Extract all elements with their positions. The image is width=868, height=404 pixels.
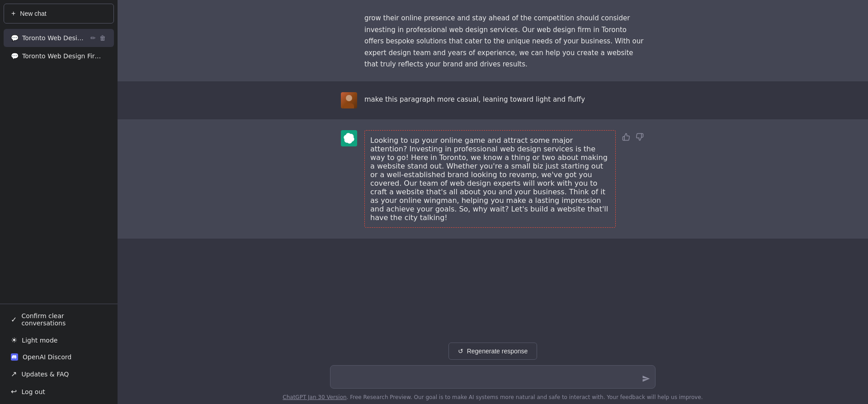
chat-item-label: Toronto Web Design SI: [22, 34, 86, 42]
pencil-icon: ✏: [90, 34, 96, 42]
regenerate-icon: ↺: [458, 348, 463, 355]
sidebar-item-chat-1[interactable]: 💬 Toronto Web Design SI ✏ 🗑: [4, 29, 114, 47]
log-out-action[interactable]: ↩ Log out: [4, 383, 114, 400]
user-message-text: make this paragraph more casual, leaning…: [364, 95, 585, 103]
openai-discord-label: OpenAI Discord: [23, 353, 71, 361]
external-link-icon: ↗: [11, 370, 17, 378]
new-chat-button[interactable]: + New chat: [4, 4, 114, 23]
footer-rest: . Free Research Preview. Our goal is to …: [347, 394, 703, 400]
discord-icon: [11, 353, 18, 361]
new-chat-label: New chat: [20, 10, 46, 17]
message-actions: [621, 130, 645, 144]
chat-item-label-2: Toronto Web Design Firm CTA: [22, 52, 107, 60]
gpt-avatar-placeholder: [341, 11, 357, 70]
openai-discord-action[interactable]: OpenAI Discord: [4, 349, 114, 365]
plus-icon: +: [11, 9, 15, 18]
previous-message-text: grow their online presence and stay ahea…: [364, 14, 643, 68]
user-message-row: make this paragraph more casual, leaning…: [118, 81, 868, 119]
assistant-message-row: Looking to up your online game and attra…: [118, 119, 868, 239]
assistant-response-highlighted: Looking to up your online game and attra…: [364, 130, 616, 228]
chat-icon-2: 💬: [11, 52, 19, 60]
regenerate-button[interactable]: ↺ Regenerate response: [448, 343, 538, 360]
updates-faq-action[interactable]: ↗ Updates & FAQ: [4, 365, 114, 383]
chat-input-area: ↺ Regenerate response ChatGPT Jan 30 Ver…: [118, 335, 868, 404]
logout-icon: ↩: [11, 387, 17, 396]
sidebar-top: + New chat 💬 Toronto Web Design SI ✏ 🗑: [0, 0, 118, 304]
main-content: grow their online presence and stay ahea…: [118, 0, 868, 404]
confirm-clear-label: Confirm clear conversations: [21, 312, 107, 327]
edit-chat-button[interactable]: ✏: [90, 33, 97, 42]
previous-assistant-message-row: grow their online presence and stay ahea…: [118, 0, 868, 81]
assistant-message-inner: Looking to up your online game and attra…: [330, 130, 656, 228]
assistant-message-text: Looking to up your online game and attra…: [370, 136, 608, 222]
chat-messages[interactable]: grow their online presence and stay ahea…: [118, 0, 868, 335]
sun-icon: ☀: [11, 336, 17, 344]
sidebar: + New chat 💬 Toronto Web Design SI ✏ 🗑: [0, 0, 118, 404]
log-out-label: Log out: [21, 388, 45, 395]
sidebar-item-chat-2[interactable]: 💬 Toronto Web Design Firm CTA: [4, 48, 114, 64]
sidebar-bottom: ✓ Confirm clear conversations ☀ Light mo…: [0, 304, 118, 404]
regenerate-label: Regenerate response: [467, 348, 528, 355]
trash-icon: 🗑: [99, 34, 106, 42]
user-message-inner: make this paragraph more casual, leaning…: [330, 92, 656, 108]
chat-item-actions: ✏ 🗑: [90, 33, 107, 42]
updates-faq-label: Updates & FAQ: [21, 371, 69, 378]
chat-list: 💬 Toronto Web Design SI ✏ 🗑 💬 Toronto We…: [4, 27, 114, 66]
delete-chat-button[interactable]: 🗑: [99, 33, 107, 42]
light-mode-label: Light mode: [22, 337, 57, 344]
thumbs-down-button[interactable]: [635, 132, 645, 144]
previous-message-inner: grow their online presence and stay ahea…: [330, 11, 656, 70]
footer-text: ChatGPT Jan 30 Version. Free Research Pr…: [283, 394, 703, 400]
light-mode-action[interactable]: ☀ Light mode: [4, 331, 114, 349]
user-avatar: [341, 92, 357, 108]
user-message-content: make this paragraph more casual, leaning…: [364, 92, 645, 108]
previous-message-content: grow their online presence and stay ahea…: [364, 11, 645, 70]
confirm-clear-action[interactable]: ✓ Confirm clear conversations: [4, 308, 114, 331]
check-icon: ✓: [11, 315, 17, 324]
chat-input[interactable]: [330, 365, 656, 389]
footer-link[interactable]: ChatGPT Jan 30 Version: [283, 394, 346, 400]
thumbs-up-button[interactable]: [621, 132, 631, 144]
chat-icon: 💬: [11, 34, 19, 42]
assistant-response-wrapper: Looking to up your online game and attra…: [364, 130, 645, 228]
input-box-wrapper: [330, 365, 656, 390]
gpt-avatar: [341, 130, 357, 146]
send-button[interactable]: [642, 375, 650, 385]
